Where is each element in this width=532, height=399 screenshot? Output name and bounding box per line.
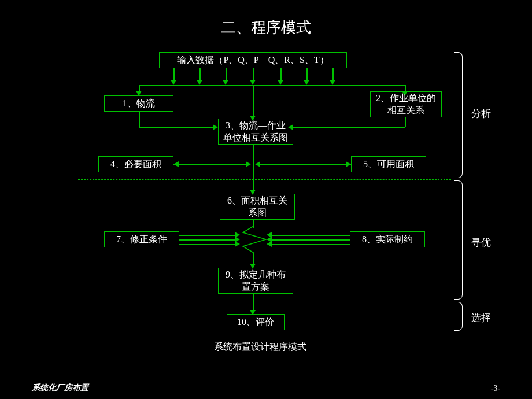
box-6: 6、面积相互关系图: [220, 194, 295, 220]
footer-left: 系统化厂房布置: [32, 383, 88, 393]
footer-right: -3-: [491, 384, 500, 393]
bracket-2: [454, 180, 463, 300]
box-8: 8、实际制约: [350, 231, 425, 247]
diagram-caption: 系统布置设计程序模式: [208, 341, 312, 353]
box-3: 3、物流—作业单位相互关系图: [218, 119, 293, 145]
box-7: 7、修正条件: [104, 231, 179, 247]
box-2: 2、作业单位的相互关系: [370, 91, 442, 117]
bracket-1: [454, 52, 463, 178]
bracket-3: [454, 302, 463, 331]
box-1: 1、物流: [104, 95, 173, 112]
flowchart-diagram: 输入数据（P、Q、P—Q、R、S、T） 1、物流 2、作业单位的相互关系 3、物…: [0, 46, 532, 376]
stage-1: 分析: [471, 107, 491, 120]
box-4: 4、必要面积: [98, 156, 173, 172]
stage-3: 选择: [471, 311, 491, 324]
box-9: 9、拟定几种布置方案: [218, 268, 293, 294]
divider-1: [78, 179, 451, 180]
decision-zigzag: [240, 226, 269, 253]
box-10: 10、评价: [227, 314, 285, 330]
page-title: 二、程序模式: [0, 0, 532, 38]
box-input: 输入数据（P、Q、P—Q、R、S、T）: [159, 52, 347, 68]
box-5: 5、可用面积: [351, 156, 426, 172]
divider-2: [78, 301, 451, 301]
stage-2: 寻优: [471, 236, 491, 249]
